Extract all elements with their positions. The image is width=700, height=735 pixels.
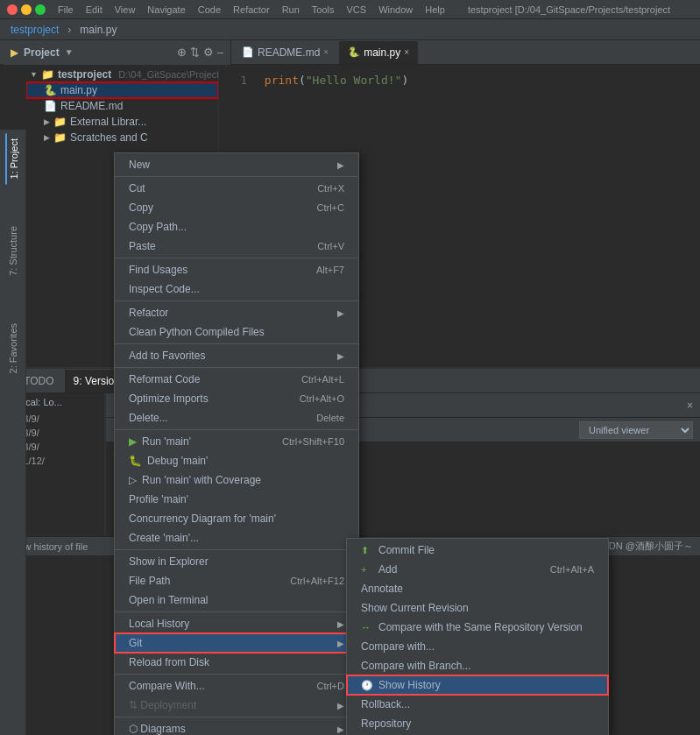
ctx-sep-1 [115, 176, 358, 177]
ctx-profile-main[interactable]: Profile 'main' [115, 490, 358, 509]
ctx-new[interactable]: New ▶ [115, 155, 358, 174]
ctx-delete[interactable]: Delete... Delete [115, 408, 358, 428]
menu-tools[interactable]: Tools [307, 4, 340, 15]
tab-mainpy-label: main.py [364, 46, 400, 59]
tree-root[interactable]: ▼ 📁 testproject D:\04_GitSpace\Projects\… [26, 67, 218, 82]
ctx-local-history[interactable]: Local History ▶ [115, 614, 358, 633]
hide-icon[interactable]: – [217, 46, 223, 59]
tab-readme[interactable]: 📄 README.md × [233, 41, 337, 64]
ctx-create-main[interactable]: Create 'main'... [115, 528, 358, 548]
ctx-local-history-arrow: ▶ [337, 619, 344, 629]
git-show-current-label: Show Current Revision [361, 602, 469, 614]
ctx-add-favorites[interactable]: Add to Favorites ▶ [115, 346, 358, 365]
ctx-copy-shortcut: Ctrl+C [317, 202, 344, 213]
ctx-cut-shortcut: Ctrl+X [317, 183, 344, 194]
ctx-profile-label: Profile 'main' [129, 493, 188, 505]
ctx-find-usages[interactable]: Find Usages Alt+F7 [115, 260, 358, 279]
git-commit-file[interactable]: ⬆ Commit File [347, 541, 608, 560]
git-annotate-label: Annotate [361, 583, 403, 595]
title-bar: File Edit View Navigate Code Refactor Ru… [0, 0, 700, 19]
git-compare-branch-label-wrap: Compare with Branch... [361, 660, 470, 672]
tab-mainpy-close[interactable]: × [404, 47, 409, 57]
code-paren-close: ) [401, 74, 408, 87]
git-show-current-label-wrap: Show Current Revision [361, 602, 469, 614]
ctx-run-main-label: ▶ Run 'main' [129, 435, 191, 448]
menu-edit[interactable]: Edit [81, 4, 108, 15]
ctx-reformat[interactable]: Reformat Code Ctrl+Alt+L [115, 370, 358, 389]
compare-icon: ↔ [361, 622, 373, 633]
menu-help[interactable]: Help [420, 4, 450, 15]
tree-readme[interactable]: 📄 README.md [26, 98, 218, 114]
tree-mainpy[interactable]: 🐍 main.py [26, 82, 218, 98]
ctx-copy[interactable]: Copy Ctrl+C [115, 198, 358, 217]
git-show-current-revision[interactable]: Show Current Revision [347, 598, 608, 618]
viewer-select[interactable]: Unified viewer Side-by-side viewer [579, 421, 693, 439]
ctx-clean-compiled[interactable]: Clean Python Compiled Files [115, 322, 358, 342]
ctx-paste-label: Paste [129, 240, 156, 252]
ctx-reload-disk[interactable]: Reload from Disk [115, 653, 358, 672]
ctx-file-path[interactable]: File Path Ctrl+Alt+F12 [115, 571, 358, 590]
git-show-history[interactable]: 🕐 Show History [347, 675, 608, 695]
ctx-compare-with[interactable]: Compare With... Ctrl+D [115, 676, 358, 696]
ctx-find-usages-label: Find Usages [129, 264, 187, 276]
menu-view[interactable]: View [110, 4, 141, 15]
git-compare-branch[interactable]: Compare with Branch... [347, 656, 608, 675]
ctx-sep-9 [115, 674, 358, 675]
ctx-optimize-imports[interactable]: Optimize Imports Ctrl+Alt+O [115, 389, 358, 408]
git-add[interactable]: + Add Ctrl+Alt+A [347, 560, 608, 579]
git-annotate[interactable]: Annotate [347, 579, 608, 598]
ctx-cut[interactable]: Cut Ctrl+X [115, 179, 358, 198]
menu-run[interactable]: Run [277, 4, 305, 15]
sync-icon[interactable]: ⇅ [190, 46, 200, 59]
ctx-paste[interactable]: Paste Ctrl+V [115, 237, 358, 256]
ext-chevron: ▶ [44, 117, 50, 126]
ctx-refactor[interactable]: Refactor ▶ [115, 303, 358, 322]
history-close-icon[interactable]: × [687, 399, 693, 412]
ctx-deployment[interactable]: ⇅ Deployment ▶ [115, 696, 358, 715]
settings-icon[interactable]: ⚙ [203, 46, 214, 59]
close-button[interactable] [7, 4, 18, 15]
ctx-reload-disk-label: Reload from Disk [129, 656, 209, 668]
menu-refactor[interactable]: Refactor [228, 4, 275, 15]
ctx-debug-main-label: 🐛 Debug 'main' [129, 455, 208, 467]
ctx-debug-main[interactable]: 🐛 Debug 'main' [115, 451, 358, 470]
tree-external-libs[interactable]: ▶ 📁 External Librar... [26, 114, 218, 130]
ctx-concurrency[interactable]: Concurrency Diagram for 'main' [115, 509, 358, 528]
ctx-diagrams[interactable]: ⬡ Diagrams ▶ [115, 719, 358, 735]
ctx-open-terminal[interactable]: Open in Terminal [115, 590, 358, 610]
tool-project[interactable]: 1: Project [5, 133, 21, 184]
scope-icon[interactable]: ⊕ [177, 46, 187, 59]
git-compare-with[interactable]: Compare with... [347, 637, 608, 656]
git-repository[interactable]: Repository [347, 714, 608, 733]
scratch-folder-icon: 📁 [53, 131, 67, 144]
menu-code[interactable]: Code [193, 4, 226, 15]
tab-mainpy[interactable]: 🐍 main.py × [339, 41, 418, 64]
tree-scratches[interactable]: ▶ 📁 Scratches and C [26, 130, 218, 145]
project-breadcrumb[interactable]: testproject [4, 22, 66, 38]
panel-dropdown-icon[interactable]: ▼ [65, 47, 74, 57]
ctx-file-path-label: File Path [129, 575, 170, 587]
ctx-show-explorer[interactable]: Show in Explorer [115, 552, 358, 571]
maximize-button[interactable] [35, 4, 46, 15]
ctx-git[interactable]: Git ▶ [115, 633, 358, 653]
menu-vcs[interactable]: VCS [342, 4, 372, 15]
file-breadcrumb[interactable]: main.py [73, 22, 124, 38]
menu-window[interactable]: Window [373, 4, 418, 15]
ctx-run-coverage[interactable]: ▷ Run 'main' with Coverage [115, 470, 358, 490]
ctx-diagrams-arrow: ▶ [337, 724, 344, 734]
tool-structure[interactable]: 7: Structure [6, 221, 20, 281]
ctx-reformat-shortcut: Ctrl+Alt+L [301, 374, 344, 385]
git-rollback[interactable]: Rollback... [347, 695, 608, 714]
menu-file[interactable]: File [53, 4, 79, 15]
menu-navigate[interactable]: Navigate [142, 4, 190, 15]
ctx-refactor-label: Refactor [129, 307, 168, 319]
git-compare-same-repo[interactable]: ↔ Compare with the Same Repository Versi… [347, 618, 608, 637]
minimize-button[interactable] [21, 4, 32, 15]
code-print: print [265, 74, 299, 87]
ctx-inspect-code[interactable]: Inspect Code... [115, 279, 358, 299]
ctx-run-main[interactable]: ▶ Run 'main' Ctrl+Shift+F10 [115, 432, 358, 451]
tab-readme-close[interactable]: × [323, 47, 329, 57]
left-tool-panel: 1: Project 7: Structure 2: Favorites [0, 130, 26, 735]
ctx-copy-path[interactable]: Copy Path... [115, 217, 358, 237]
tool-favorites[interactable]: 2: Favorites [6, 318, 20, 378]
